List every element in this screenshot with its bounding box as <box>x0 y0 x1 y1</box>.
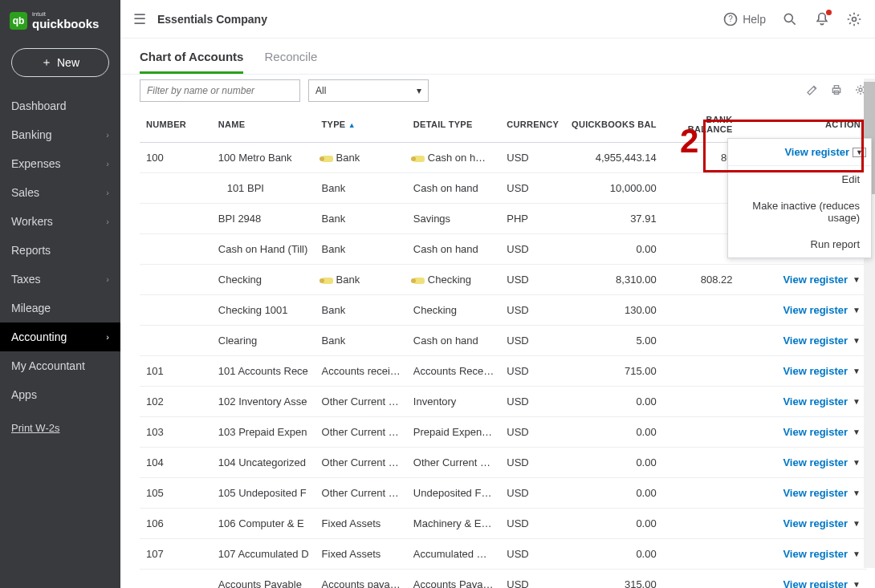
cell-action: View register ▼ <box>739 570 867 589</box>
col-currency[interactable]: CURRENCY <box>500 107 565 143</box>
cell-qb-balance: 130.00 <box>565 295 663 326</box>
cell-bank-balance <box>663 448 739 478</box>
action-caret-icon[interactable]: ▼ <box>853 148 866 157</box>
tab-chart-of-accounts[interactable]: Chart of Accounts <box>140 50 243 74</box>
table-row: 106106 Computer & EFixed AssetsMachinery… <box>140 509 867 539</box>
col-qb-balance[interactable]: QUICKBOOKS BAL <box>565 107 663 143</box>
cell-currency: USD <box>500 417 565 448</box>
cell-bank-balance <box>663 570 739 589</box>
sidebar-item-workers[interactable]: Workers› <box>0 207 120 236</box>
chevron-down-icon: ▼ <box>853 306 861 314</box>
view-register-button[interactable]: View register ▼ <box>783 335 861 347</box>
view-register-button[interactable]: View register ▼ <box>783 426 861 438</box>
cell-type: Bank <box>315 265 407 295</box>
hamburger-icon[interactable]: ☰ <box>133 10 146 28</box>
new-button[interactable]: ＋ New <box>11 48 109 77</box>
cell-name: Checking 1001 <box>212 295 315 326</box>
cell-number: 102 <box>140 387 212 417</box>
svg-text:?: ? <box>728 14 733 23</box>
gear-icon <box>846 11 862 27</box>
view-register-button[interactable]: View register ▼ <box>783 517 861 529</box>
cell-number: 100 <box>140 143 212 173</box>
chevron-right-icon: › <box>106 159 109 168</box>
sidebar-item-accounting[interactable]: Accounting› <box>0 322 120 351</box>
cell-number <box>140 173 212 204</box>
filter-select-value: All <box>315 85 326 96</box>
logo: qb intuit quickbooks <box>0 0 120 37</box>
menu-make-inactive[interactable]: Make inactive (reduces usage) <box>728 193 871 231</box>
view-register-button[interactable]: View register ▼ <box>783 487 861 499</box>
settings-button[interactable] <box>846 11 862 27</box>
col-bank-balance[interactable]: BANK BALANCE <box>663 107 739 143</box>
search-button[interactable] <box>782 11 798 27</box>
cell-name: Accounts Payable <box>212 570 315 589</box>
edit-columns-icon[interactable] <box>806 83 819 99</box>
view-register-button[interactable]: View register ▼ <box>783 578 861 588</box>
cell-detail: Prepaid Expen… <box>407 417 500 448</box>
sidebar-item-banking[interactable]: Banking› <box>0 120 120 149</box>
sidebar-item-label: Sales <box>11 186 39 199</box>
search-icon <box>782 11 798 27</box>
filter-input[interactable] <box>140 79 300 102</box>
print-icon[interactable] <box>830 83 843 99</box>
sidebar-item-mileage[interactable]: Mileage <box>0 294 120 322</box>
table-row: Accounts PayableAccounts paya…Accounts P… <box>140 570 867 589</box>
cell-detail: Undeposited F… <box>407 478 500 509</box>
table-row: 107107 Accumulated DFixed AssetsAccumula… <box>140 539 867 570</box>
cell-type: Bank <box>315 173 407 204</box>
sidebar-item-my-accountant[interactable]: My Accountant <box>0 351 120 380</box>
cell-currency: USD <box>500 143 565 173</box>
col-detail[interactable]: DETAIL TYPE <box>407 107 500 143</box>
sidebar-item-reports[interactable]: Reports <box>0 236 120 265</box>
accounts-table: NUMBER NAME TYPE ▲ DETAIL TYPE CURRENCY … <box>140 107 867 588</box>
help-button[interactable]: ? Help <box>722 11 766 27</box>
sidebar-item-expenses[interactable]: Expenses› <box>0 149 120 178</box>
menu-run-report[interactable]: Run report <box>728 231 871 258</box>
sidebar: qb intuit quickbooks ＋ New DashboardBank… <box>0 0 120 588</box>
help-label: Help <box>743 13 766 26</box>
sidebar-item-sales[interactable]: Sales› <box>0 178 120 207</box>
sidebar-item-dashboard[interactable]: Dashboard <box>0 91 120 120</box>
notifications-button[interactable] <box>814 11 830 27</box>
sidebar-item-apps[interactable]: Apps <box>0 380 120 409</box>
cell-number <box>140 570 212 589</box>
chevron-right-icon: › <box>106 332 109 342</box>
sidebar-item-label: Taxes <box>11 273 41 286</box>
tab-reconcile[interactable]: Reconcile <box>264 50 317 74</box>
view-register-button[interactable]: View register ▼ <box>783 456 861 468</box>
print-w2s-link[interactable]: Print W-2s <box>11 422 59 434</box>
cell-qb-balance: 0.00 <box>565 448 663 478</box>
view-register-button[interactable]: View register ▼ <box>783 365 861 377</box>
cell-number: 104 <box>140 448 212 478</box>
view-register-button[interactable]: View register <box>784 146 849 158</box>
view-register-button[interactable]: View register ▼ <box>783 395 861 408</box>
col-name[interactable]: NAME <box>212 107 315 143</box>
cell-action: View register▼EditMake inactive (reduces… <box>739 143 867 173</box>
cell-qb-balance: 5.00 <box>565 326 663 356</box>
view-register-button[interactable]: View register ▼ <box>783 274 861 286</box>
view-register-button[interactable]: View register ▼ <box>783 548 861 560</box>
sidebar-item-label: Apps <box>11 388 37 401</box>
filter-select[interactable]: All ▾ <box>308 79 429 102</box>
table-row: 101101 Accounts ReceAccounts recei…Accou… <box>140 356 867 387</box>
chevron-right-icon: › <box>106 274 109 284</box>
sidebar-item-taxes[interactable]: Taxes› <box>0 265 120 294</box>
col-number[interactable]: NUMBER <box>140 107 212 143</box>
filter-bar: All ▾ <box>140 75 867 107</box>
cell-type: Other Current … <box>315 448 407 478</box>
menu-edit[interactable]: Edit <box>728 166 871 193</box>
cell-name: 104 Uncategorized <box>212 448 315 478</box>
cell-name: BPI 2948 <box>212 204 315 234</box>
col-action[interactable]: ACTION <box>739 107 867 143</box>
cell-currency: USD <box>500 448 565 478</box>
topbar: ☰ Essentials Company ? Help <box>120 0 875 39</box>
cell-qb-balance: 0.00 <box>565 387 663 417</box>
cell-name: 107 Accumulated D <box>212 539 315 570</box>
cell-action: View register ▼ <box>739 509 867 539</box>
cell-action: View register ▼ <box>739 417 867 448</box>
chevron-down-icon: ▼ <box>853 275 861 284</box>
svg-point-4 <box>853 17 857 21</box>
col-type[interactable]: TYPE ▲ <box>315 107 407 143</box>
cell-type: Fixed Assets <box>315 539 407 570</box>
view-register-button[interactable]: View register ▼ <box>783 304 861 316</box>
